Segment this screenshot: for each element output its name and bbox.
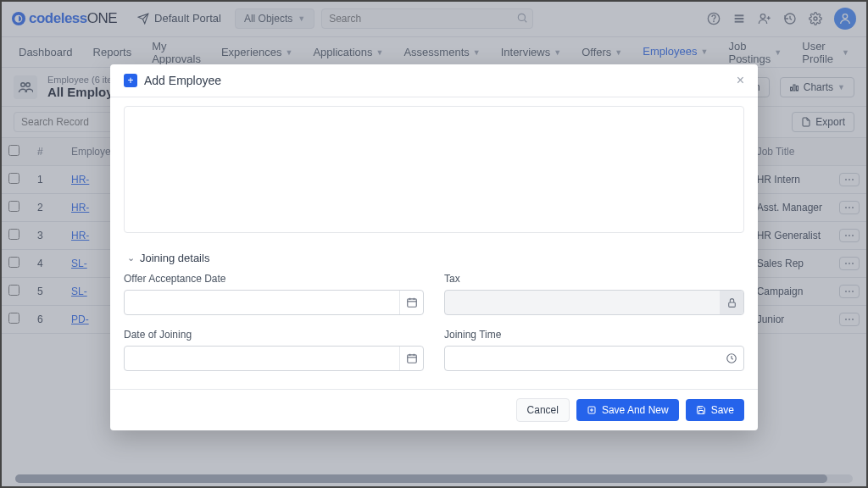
- label-join-time: Joining Time: [444, 329, 744, 341]
- label-offer-date: Offer Acceptance Date: [124, 273, 424, 285]
- tax-input: [445, 297, 720, 308]
- join-time-input-wrap: [444, 346, 744, 371]
- field-tax: Tax: [444, 273, 744, 315]
- doj-input-wrap: [124, 346, 424, 371]
- offer-date-input-wrap: [124, 290, 424, 315]
- save-label: Save: [711, 404, 734, 416]
- add-employee-modal: + Add Employee × ⌄ Joining details Offer…: [110, 64, 758, 430]
- doj-input[interactable]: [125, 352, 399, 364]
- modal-title: Add Employee: [144, 74, 221, 87]
- calendar-icon[interactable]: [399, 291, 423, 314]
- save-icon: [696, 405, 706, 415]
- svg-rect-21: [729, 302, 736, 306]
- label-doj: Date of Joining: [124, 329, 424, 341]
- previous-section-textarea[interactable]: [124, 106, 744, 233]
- field-offer-acceptance-date: Offer Acceptance Date: [124, 273, 424, 315]
- offer-date-input[interactable]: [125, 297, 399, 308]
- join-time-input[interactable]: [445, 352, 720, 364]
- modal-footer: Cancel Save And New Save: [110, 389, 758, 430]
- svg-rect-17: [407, 299, 416, 307]
- save-new-label: Save And New: [602, 404, 669, 416]
- close-icon[interactable]: ×: [737, 73, 744, 88]
- save-and-new-button[interactable]: Save And New: [576, 399, 679, 421]
- section-title-label: Joining details: [140, 252, 209, 264]
- lock-icon: [720, 291, 743, 314]
- form-grid: Offer Acceptance Date Tax Date of Joinin…: [124, 273, 744, 371]
- svg-rect-22: [407, 355, 416, 363]
- section-joining-details[interactable]: ⌄ Joining details: [124, 245, 744, 273]
- modal-header: + Add Employee ×: [110, 64, 758, 97]
- modal-body[interactable]: ⌄ Joining details Offer Acceptance Date …: [110, 97, 758, 389]
- calendar-icon[interactable]: [399, 347, 423, 370]
- label-tax: Tax: [444, 273, 744, 285]
- save-button[interactable]: Save: [686, 399, 744, 421]
- tax-input-wrap: [444, 290, 744, 315]
- save-new-icon: [587, 405, 597, 415]
- plus-icon: +: [124, 74, 137, 87]
- field-joining-time: Joining Time: [444, 329, 744, 371]
- chevron-down-icon: ⌄: [127, 252, 135, 263]
- field-date-of-joining: Date of Joining: [124, 329, 424, 371]
- cancel-button[interactable]: Cancel: [516, 398, 570, 422]
- clock-icon[interactable]: [720, 347, 743, 370]
